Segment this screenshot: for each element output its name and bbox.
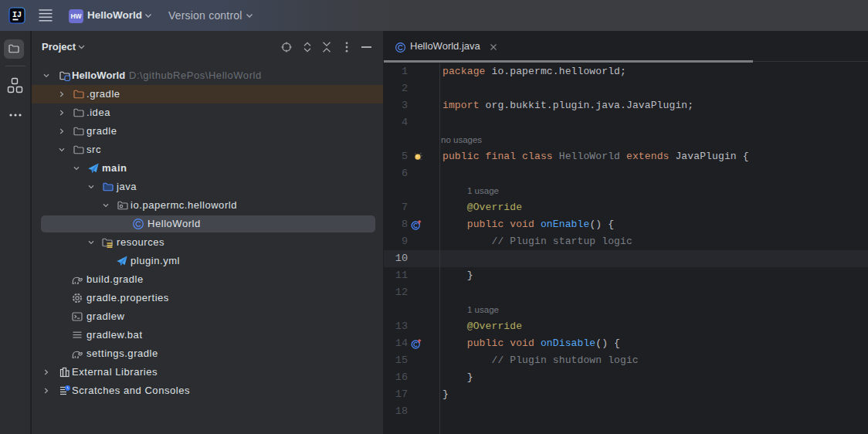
svg-text:IJ: IJ xyxy=(12,11,22,19)
